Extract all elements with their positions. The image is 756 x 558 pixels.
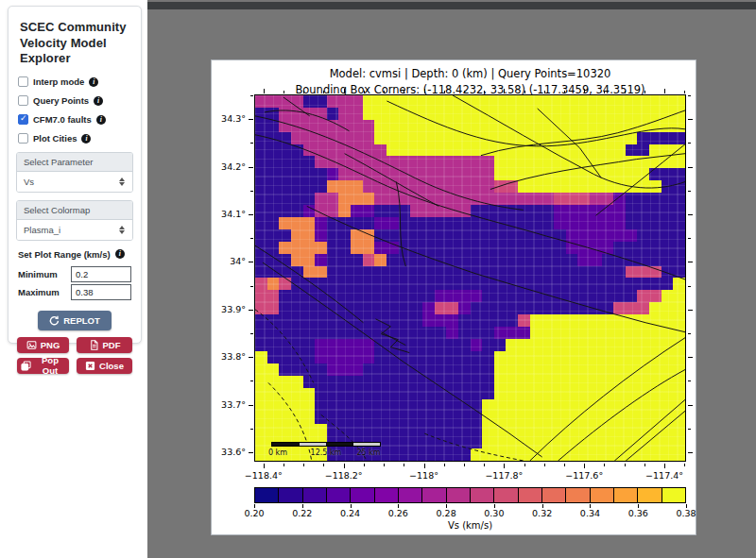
cfm-faults-label[interactable]: CFM7.0 faults <box>33 114 92 125</box>
checkbox-row-plot-cities[interactable]: Plot Cities i <box>18 133 131 144</box>
interp-mode-label[interactable]: Interp mode <box>33 76 84 87</box>
minimum-input[interactable] <box>71 266 131 282</box>
plot-card: Model: cvmsi | Depth: 0 (km) | Query Poi… <box>211 59 696 535</box>
query-points-label[interactable]: Query Points <box>33 95 89 106</box>
sidebar: SCEC Community Velocity Model Explorer I… <box>8 6 142 344</box>
up-down-arrows-icon <box>119 178 125 186</box>
fault-lines-overlay <box>255 95 685 461</box>
maximum-row: Maximum <box>18 284 131 300</box>
square-x-icon <box>85 361 95 371</box>
plot-title-line1: Model: cvmsi | Depth: 0 (km) | Query Poi… <box>254 66 686 82</box>
replot-button-label: REPLOT <box>63 315 100 326</box>
close-button-label: Close <box>99 361 124 371</box>
plot-title: Model: cvmsi | Depth: 0 (km) | Query Poi… <box>254 66 686 97</box>
parameter-select-value: Vs <box>24 177 34 187</box>
colormap-select-group: Select Colormap Plasma_i <box>16 200 133 241</box>
map-scale-bar <box>271 442 381 447</box>
pdf-button[interactable]: PDF <box>77 337 132 353</box>
plot-cities-label[interactable]: Plot Cities <box>33 133 77 144</box>
info-circle-icon[interactable]: i <box>81 134 91 144</box>
scale-label-12km: 12.5 km <box>311 448 342 457</box>
velocity-map[interactable]: 0 km 12.5 km 25 km <box>254 94 686 462</box>
up-down-arrows-icon <box>119 226 125 234</box>
info-circle-icon[interactable]: i <box>94 96 103 106</box>
checkbox-row-cfm-faults[interactable]: CFM7.0 faults i <box>18 114 131 126</box>
maximum-input[interactable] <box>71 284 131 300</box>
app-title: SCEC Community Velocity Model Explorer <box>20 20 129 67</box>
top-strip <box>147 2 756 9</box>
colormap-select-header: Select Colormap <box>17 201 132 220</box>
file-pdf-icon <box>89 340 99 350</box>
plot-range-heading: Set Plot Range (km/s) i <box>18 249 131 260</box>
parameter-select-header: Select Parameter <box>17 153 132 172</box>
maximum-label: Maximum <box>18 287 71 297</box>
pop-out-button[interactable]: Pop Out <box>17 358 69 374</box>
cfm-faults-checkbox[interactable] <box>18 114 28 125</box>
refresh-icon <box>49 315 60 326</box>
png-button-label: PNG <box>41 340 60 350</box>
colorbar <box>254 487 686 503</box>
plot-cities-checkbox[interactable] <box>18 133 28 144</box>
colormap-select[interactable]: Plasma_i <box>17 220 132 240</box>
interp-mode-checkbox[interactable] <box>18 76 28 87</box>
png-button[interactable]: PNG <box>17 337 69 353</box>
scale-label-0km: 0 km <box>268 448 287 457</box>
replot-button[interactable]: REPLOT <box>38 311 112 330</box>
checkbox-row-query-points[interactable]: Query Points i <box>18 95 131 107</box>
query-points-checkbox[interactable] <box>18 95 28 106</box>
scale-label-25km: 25 km <box>356 448 380 457</box>
parameter-select-group: Select Parameter Vs <box>16 152 133 193</box>
info-circle-icon[interactable]: i <box>96 115 106 125</box>
close-button[interactable]: Close <box>77 358 132 374</box>
minimum-row: Minimum <box>18 266 131 282</box>
image-icon <box>26 340 37 350</box>
window-restore-icon <box>21 361 31 371</box>
colorbar-title: Vs (km/s) <box>254 520 686 531</box>
minimum-label: Minimum <box>18 269 71 279</box>
plot-range-label: Set Plot Range (km/s) <box>18 249 111 260</box>
info-circle-icon[interactable]: i <box>89 77 98 87</box>
page: SCEC Community Velocity Model Explorer I… <box>0 0 756 558</box>
parameter-select[interactable]: Vs <box>17 172 132 192</box>
pop-out-button-label: Pop Out <box>35 355 65 376</box>
pdf-button-label: PDF <box>103 340 121 350</box>
checkbox-row-interp-mode[interactable]: Interp mode i <box>18 76 131 88</box>
info-circle-icon[interactable]: i <box>115 249 125 259</box>
colormap-select-value: Plasma_i <box>24 225 60 235</box>
